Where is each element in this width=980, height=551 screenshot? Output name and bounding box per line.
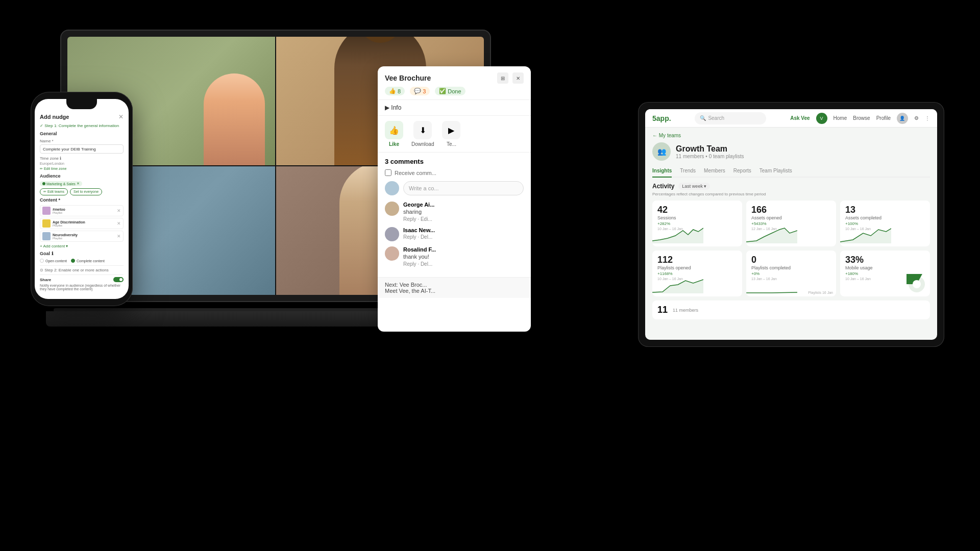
comment-avatar-2 [385, 227, 399, 241]
phone-audience-btns: ✏ Edit teams Set to everyone [40, 188, 124, 195]
tab2-label: Te... [447, 141, 456, 147]
tab-members[interactable]: Members [704, 166, 725, 178]
members-label: 11 members [673, 308, 698, 313]
period-button[interactable]: Last week ▾ [678, 183, 710, 190]
sparkline-sessions [652, 226, 703, 243]
close-icon-btn[interactable]: ✕ [512, 72, 524, 84]
phone-name-field: Name * Complete your DEIB Training [40, 139, 124, 154]
content-type-1: Playlist [53, 211, 115, 214]
phone-content-label: Content * [40, 197, 124, 203]
receive-comments-row[interactable]: Receive comm... [385, 169, 524, 176]
stat-label-assets-opened: Assets opened [751, 215, 831, 220]
write-comment-placeholder: Write a co... [409, 185, 438, 191]
comment-body-3: Rosalind F... thank you! Reply · Del... [403, 246, 524, 267]
stat-value-assets-completed: 13 [845, 205, 925, 215]
comment-item-1: George Ai... sharing Reply · Edi... [385, 202, 524, 222]
phone-step2: ⊙ Step 2: Enable one or more actions [40, 265, 124, 272]
phone-goal-label: Goal ℹ [40, 251, 124, 256]
share-icon-btn[interactable]: ⊞ [497, 72, 508, 84]
receive-comments-checkbox[interactable] [385, 169, 391, 176]
tag-close-1[interactable]: ✕ [77, 182, 80, 186]
content-remove-3[interactable]: ✕ [117, 234, 121, 239]
nav-home[interactable]: Home [834, 115, 847, 121]
content-remove-1[interactable]: ✕ [117, 208, 121, 213]
radio-dot-complete [71, 259, 75, 263]
phone-header: Add nudge ✕ [40, 113, 124, 120]
like-badge: 👍 8 [385, 87, 405, 95]
edit-teams-btn[interactable]: ✏ Edit teams [40, 188, 68, 195]
comment-name-2: Isaac New... [403, 227, 524, 233]
comment-actions-3[interactable]: Reply · Del... [403, 261, 524, 267]
phone-tz-link[interactable]: ✏ Edit time zone [40, 167, 124, 171]
comment-body-1: George Ai... sharing Reply · Edi... [403, 202, 524, 222]
search-bar[interactable]: 🔍 Search [695, 112, 766, 124]
tab-reports[interactable]: Reports [733, 166, 751, 178]
content-remove-2[interactable]: ✕ [117, 221, 121, 226]
radio-complete[interactable]: Complete content [71, 259, 105, 263]
tab-insights[interactable]: Insights [652, 166, 672, 178]
download-icon: ⬇ [413, 121, 432, 139]
comment-actions-2[interactable]: Reply · Del... [403, 234, 524, 240]
download-action-btn[interactable]: ⬇ Download [411, 121, 434, 147]
nav-profile[interactable]: Profile [876, 115, 891, 121]
phone-name-input[interactable]: Complete your DEIB Training [40, 144, 124, 154]
tab2-icon: ▶ [442, 121, 460, 139]
phone-content-item-1: #metoo Playlist ✕ [40, 205, 124, 216]
phone-close-btn[interactable]: ✕ [118, 113, 124, 120]
radio-dot-open [40, 259, 44, 263]
ask-vee-btn[interactable]: Ask Vee [790, 115, 810, 121]
like-action-label: Like [389, 141, 399, 147]
team-header: 👥 Growth Team 11 members • 0 team playli… [652, 142, 930, 161]
ask-vee-avatar: V [816, 113, 827, 124]
breadcrumb[interactable]: ← My teams [652, 133, 930, 138]
content-panel: Vee Brochure ⊞ ✕ 👍 8 💬 3 ✅ Done [378, 66, 531, 332]
like-count: 8 [398, 88, 401, 94]
content-info-2: Age Discrimination Playlist [53, 220, 115, 227]
phone-name-label: Name * [40, 139, 124, 143]
add-content-btn[interactable]: + Add content ▾ [40, 244, 124, 248]
tablet-nav: 5app. 🔍 Search Ask Vee V Home Browse Pro… [645, 109, 937, 128]
info-label: ▶ Info [385, 104, 401, 111]
audience-tag-1: Marketing & Sales ✕ [40, 181, 82, 186]
share-toggle[interactable] [113, 277, 124, 282]
team-avatar: 👥 [652, 142, 671, 161]
next-label: Next: Vee Broc... [385, 282, 524, 288]
cp-info-row[interactable]: ▶ Info [378, 100, 531, 116]
cp-header: Vee Brochure ⊞ ✕ 👍 8 💬 3 ✅ Done [378, 66, 531, 100]
tab-team-playlists[interactable]: Team Playlists [760, 166, 792, 178]
comments-title: 3 comments [385, 158, 524, 165]
logo-number: 5 [652, 114, 656, 122]
radio-open[interactable]: Open content [40, 259, 67, 263]
comment-actions-1[interactable]: Reply · Edi... [403, 216, 524, 222]
write-comment-avatar [385, 181, 399, 195]
team-name: Growth Team [676, 144, 744, 154]
nav-browse[interactable]: Browse [853, 115, 870, 121]
phone-content-item-2: Age Discrimination Playlist ✕ [40, 218, 124, 229]
stat-value-playlists-completed: 0 [751, 255, 831, 265]
phone-audience-label: Audience [40, 173, 124, 179]
tablet-main-content: ← My teams 👥 Growth Team 11 members • 0 … [645, 128, 937, 340]
more-icon[interactable]: ⋮ [925, 115, 930, 121]
comment-avatar-1 [385, 202, 399, 216]
comment-item-2: Isaac New... Reply · Del... [385, 227, 524, 241]
svg-marker-3 [652, 280, 703, 293]
content-name-3: Neurodiversity [53, 233, 115, 237]
content-name-1: #metoo [53, 208, 115, 211]
stat-label-playlists-opened: Playlists opened [657, 265, 737, 270]
phone-title: Add nudge [40, 114, 69, 120]
phone-radio-group: Open content Complete content [40, 259, 124, 263]
comment-text-3: thank you! [403, 254, 524, 260]
next-sublabel: Meet Vee, the AI-T... [385, 288, 524, 294]
sparkline-playlists-completed [746, 276, 797, 293]
write-comment-input[interactable]: Write a co... [403, 181, 524, 195]
stat-card-playlists-completed: 0 Playlists completed +0% 13 Jan – 16 Ja… [746, 251, 836, 296]
profile-avatar[interactable]: 👤 [897, 113, 908, 124]
pct-note: Percentages reflect changes compared to … [652, 192, 930, 196]
cp-next-section: Next: Vee Broc... Meet Vee, the AI-T... [378, 277, 531, 298]
settings-icon[interactable]: ⚙ [914, 115, 919, 121]
tab-trends[interactable]: Trends [680, 166, 696, 178]
like-action-btn[interactable]: 👍 Like [385, 121, 403, 147]
set-everyone-btn[interactable]: Set to everyone [70, 188, 102, 195]
tablet-screen: 5app. 🔍 Search Ask Vee V Home Browse Pro… [645, 109, 937, 340]
tab2-action-btn[interactable]: ▶ Te... [442, 121, 460, 147]
